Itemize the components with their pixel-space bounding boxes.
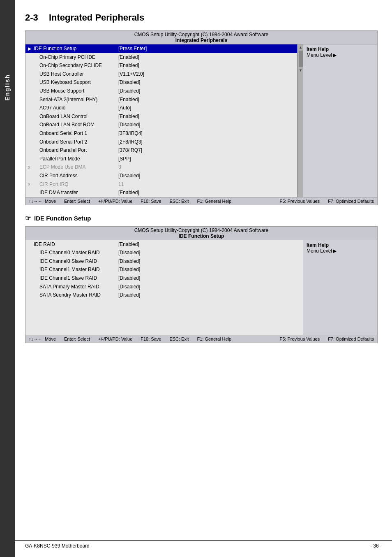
footer-f1-2: F1: General Help [197,337,231,341]
bios-row-ch0-slave[interactable]: IDE Channel0 Slave RAID [Disabled] [25,257,303,266]
row-value: [Disabled] [118,283,300,291]
row-value: [Enabled] [118,62,295,70]
row-name: On-Chip Secondary PCI IDE [34,62,118,70]
scroll-up-arrow[interactable]: ▲ [299,45,302,49]
footer-enter-2: Enter: Select [64,337,90,341]
footer-value-1: +/-/PU/PD: Value [98,199,132,204]
row-value: [Enabled] [118,241,300,248]
bios-row-usb-mouse[interactable]: USB Mouse Support [Disabled] [25,87,297,95]
row-name: OnBoard LAN Control [34,113,118,121]
bios-copyright-2: CMOS Setup Utility-Copyright (C) 1984-20… [25,227,377,233]
footer-left: GA-K8NSC-939 Motherboard [25,543,90,549]
row-value: [SPP] [118,155,295,163]
row-value: [Disabled] [118,266,300,274]
bios-table-integrated-peripherals: CMOS Setup Utility-Copyright (C) 1984-20… [25,30,378,205]
bios-row-ide-raid[interactable]: IDE RAID [Enabled] [25,240,303,249]
bios-row-serial-port2[interactable]: Onboard Serial Port 2 [2F8/IRQ3] [25,138,297,146]
section-number: 2-3 [25,12,38,23]
bios-row-cir-port-address[interactable]: CIR Port Address [Disabled] [25,172,297,180]
row-value: [V1.1+V2.0] [118,70,295,78]
row-name: OnBoard LAN Boot ROM [34,121,118,129]
bios-scrollbar-1[interactable]: ▲ ▼ [297,44,303,197]
footer-move-1: ↑↓→←: Move [29,199,56,204]
help-title-2: Item Help [307,242,374,248]
bios-row-onboard-lan-boot[interactable]: OnBoard LAN Boot ROM [Disabled] [25,121,297,129]
row-name: Parallel Port Mode [34,155,118,163]
row-name: CIR Port Address [34,172,118,180]
subsection-heading: ☞ IDE Function Setup [25,214,378,222]
row-value: [Disabled] [118,274,300,282]
footer-f10-1: F10: Save [141,199,161,204]
main-content: 2-3 Integrated Peripherals CMOS Setup Ut… [15,0,392,557]
bios-row-sata2[interactable]: Serial-ATA 2(Internal PHY) [Enabled] [25,95,297,104]
bios-footer2-row2: F5: Previous Values F7: Optimized Defaul… [280,337,374,341]
bios-row-onchip-primary[interactable]: On-Chip Primary PCI IDE [Enabled] [25,53,297,62]
bios-footer-row2: F5: Previous Values F7: Optimized Defaul… [280,199,374,204]
row-value: [Enabled] [118,189,295,197]
row-name: IDE Channel0 Slave RAID [34,258,118,265]
bios-row-ch1-master[interactable]: IDE Channel1 Master RAID [Disabled] [25,265,303,274]
bios-row-serial-port1[interactable]: Onboard Serial Port 1 [3F8/IRQ4] [25,129,297,138]
footer-esc-1: ESC: Exit [169,199,189,204]
sidebar-label: English [4,74,11,101]
section-title: Integrated Peripherals [49,12,144,23]
bios-header-2: CMOS Setup Utility-Copyright (C) 1984-20… [25,227,377,240]
help-level-label: Menu Level [307,52,332,58]
bios-row-ch0-master[interactable]: IDE Channel0 Master RAID [Disabled] [25,248,303,257]
row-name: IDE RAID [34,241,118,248]
bios-row-ide-function-setup[interactable]: ▶ IDE Function Setup [Press Enter] [25,44,297,53]
scroll-down-arrow[interactable]: ▼ [299,68,302,72]
help-level-arrow-2: ▶ [333,248,337,254]
bios-footer-row1: ↑↓→←: Move Enter: Select +/-/PU/PD: Valu… [29,199,231,204]
bios-main-panel-2: IDE RAID [Enabled] IDE Channel0 Master R… [25,240,303,335]
row-name: USB Mouse Support [34,87,118,95]
row-value: [Disabled] [118,121,295,129]
help-level-arrow: ▶ [333,52,337,58]
bios-row-parallel-mode[interactable]: Parallel Port Mode [SPP] [25,155,297,163]
bios-row-onboard-lan[interactable]: OnBoard LAN Control [Enabled] [25,112,297,121]
sidebar: English [0,0,15,557]
bios-row-usb-keyboard[interactable]: USB Keyboard Support [Disabled] [25,78,297,87]
row-value: [Enabled] [118,113,295,121]
row-name: AC97 Audio [34,104,118,112]
row-value: [Auto] [118,104,295,112]
page-footer: GA-K8NSC-939 Motherboard - 36 - [15,540,392,549]
help-level-2: Menu Level▶ [307,248,374,254]
row-name: ECP Mode Use DMA [34,163,118,171]
row-marker: x [28,164,34,171]
row-value: [Disabled] [118,249,300,257]
row-name: Onboard Parallel Port [34,146,118,154]
row-name: CIR Port IRQ [34,181,118,188]
bios-help-panel-1: Item Help Menu Level▶ [303,44,377,197]
row-value: [Enabled] [118,53,295,61]
row-value: [Disabled] [118,79,295,86]
bios-row-sata-secondary[interactable]: SATA Seendry Master RAID [Disabled] [25,291,303,299]
subsection-title: IDE Function Setup [34,215,91,222]
row-name: Onboard Serial Port 2 [34,138,118,146]
bios-title-1: Integrated Peripherals [25,37,377,43]
bios-row-parallel-port[interactable]: Onboard Parallel Port [378/IRQ7] [25,146,297,155]
help-level-1: Menu Level▶ [307,52,374,58]
footer-f7-2: F7: Optimized Defaults [328,337,374,341]
footer-enter-1: Enter: Select [64,199,90,204]
row-name: IDE DMA transfer [34,189,118,197]
row-value: [Enabled] [118,96,295,104]
footer-f7-1: F7: Optimized Defaults [328,199,374,204]
bios-header-1: CMOS Setup Utility-Copyright (C) 1984-20… [25,31,377,44]
row-value: [378/IRQ7] [118,146,295,154]
bios-row-ecp-dma: x ECP Mode Use DMA 3 [25,163,297,172]
footer-value-2: +/-/PU/PD: Value [98,337,132,341]
footer-f5-1: F5: Previous Values [280,199,320,204]
bios-row-usb-host[interactable]: USB Host Controller [V1.1+V2.0] [25,70,297,79]
bios-row-onchip-secondary[interactable]: On-Chip Secondary PCI IDE [Enabled] [25,61,297,70]
bios-row-ch1-slave[interactable]: IDE Channel1 Slave RAID [Disabled] [25,274,303,283]
row-value: 11 [118,181,295,188]
bios-row-sata-primary[interactable]: SATA Primary Master RAID [Disabled] [25,283,303,291]
bios-footer2-row1: ↑↓→←: Move Enter: Select +/-/PU/PD: Valu… [29,337,231,341]
bios-main-panel-1: ▶ IDE Function Setup [Press Enter] On-Ch… [25,44,297,197]
row-marker: x [28,181,34,188]
row-name: IDE Function Setup [34,45,118,53]
bios-row-cir-port-irq: x CIR Port IRQ 11 [25,180,297,189]
bios-row-ac97[interactable]: AC97 Audio [Auto] [25,104,297,112]
bios-row-ide-dma[interactable]: IDE DMA transfer [Enabled] [25,188,297,197]
